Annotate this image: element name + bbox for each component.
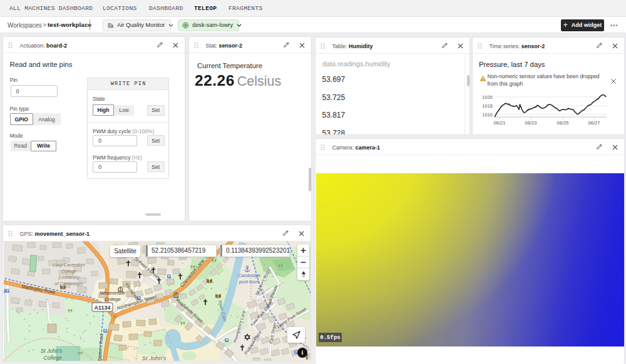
svg-text:06/27: 06/27 bbox=[588, 120, 600, 126]
svg-text:(University: (University bbox=[58, 275, 80, 280]
svg-text:P: P bbox=[6, 289, 9, 293]
svg-text:Cambridge: Cambridge bbox=[238, 273, 260, 278]
svg-text:1015: 1015 bbox=[482, 103, 493, 109]
svg-text:P: P bbox=[104, 329, 106, 333]
svg-text:Lucy Cavendish: Lucy Cavendish bbox=[53, 262, 85, 268]
svg-text:1020: 1020 bbox=[482, 94, 493, 100]
svg-text:1010: 1010 bbox=[482, 112, 493, 118]
svg-text:St John's: St John's bbox=[142, 355, 167, 361]
svg-text:A1134: A1134 bbox=[94, 305, 110, 311]
svg-text:06/25: 06/25 bbox=[557, 120, 569, 126]
svg-text:P: P bbox=[168, 275, 170, 278]
svg-text:06/21: 06/21 bbox=[494, 120, 506, 126]
svg-text:St John's: St John's bbox=[41, 348, 63, 354]
svg-text:P: P bbox=[4, 289, 5, 293]
svg-text:P: P bbox=[225, 338, 228, 342]
svg-text:Westminster: Westminster bbox=[100, 290, 126, 296]
svg-text:College: College bbox=[61, 268, 76, 274]
svg-text:College: College bbox=[44, 355, 62, 361]
svg-text:06/23: 06/23 bbox=[525, 120, 537, 126]
svg-text:punt tours: punt tours bbox=[239, 279, 260, 285]
svg-text:College: College bbox=[105, 296, 120, 302]
svg-text:of Cambridge): of Cambridge) bbox=[54, 281, 83, 286]
